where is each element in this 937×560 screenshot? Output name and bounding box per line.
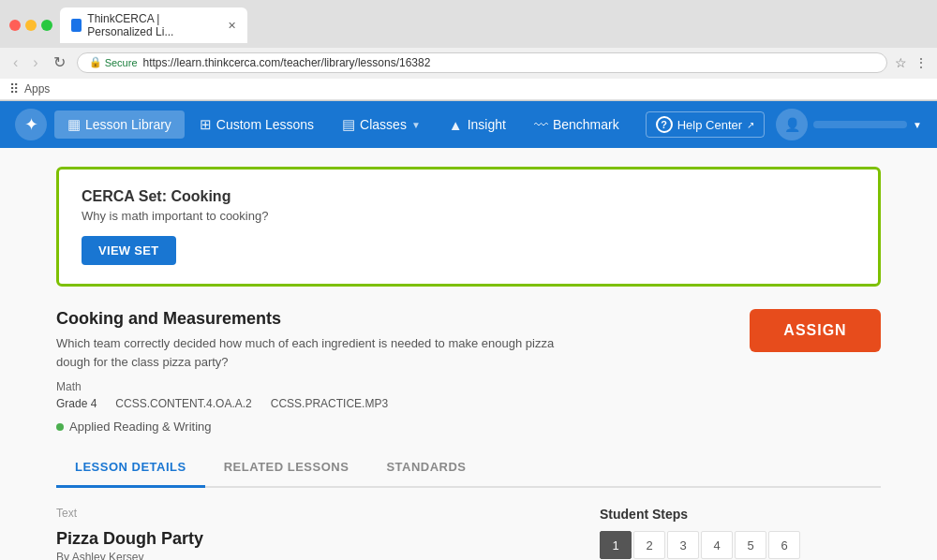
tab-favicon bbox=[71, 19, 82, 32]
tab-close-icon[interactable]: ✕ bbox=[228, 20, 236, 32]
steps-panel-title: Student Steps bbox=[600, 507, 881, 522]
user-menu[interactable]: 👤 ▼ bbox=[776, 109, 922, 140]
nav-item-benchmark-label: Benchmark bbox=[553, 117, 619, 132]
bookmark-icon[interactable]: ☆ bbox=[895, 55, 907, 70]
content-panels: Text Pizza Dough Party By Ashley Kersey … bbox=[56, 507, 881, 560]
reload-button[interactable]: ↻ bbox=[50, 52, 69, 73]
lesson-standards: Grade 4 CCSS.CONTENT.4.OA.A.2 CCSS.PRACT… bbox=[56, 397, 750, 410]
help-center-label: Help Center bbox=[677, 118, 742, 132]
lesson-subject: Math bbox=[56, 380, 750, 393]
nav-item-classes[interactable]: ▤ Classes ▼ bbox=[329, 111, 434, 139]
lock-icon: 🔒 bbox=[89, 56, 102, 68]
steps-panel: Student Steps 1 2 3 4 5 6 Connect Short … bbox=[600, 507, 881, 560]
minimize-window-dot[interactable] bbox=[25, 20, 37, 31]
lesson-standard-2: CCSS.PRACTICE.MP3 bbox=[271, 397, 388, 410]
apps-label: Apps bbox=[24, 82, 50, 96]
address-url: https://learn.thinkcerca.com/teacher/lib… bbox=[143, 56, 431, 69]
nav-item-lesson-library[interactable]: ▦ Lesson Library bbox=[54, 111, 185, 139]
user-menu-chevron-icon: ▼ bbox=[913, 120, 922, 130]
nav-item-insight[interactable]: ▲ Insight bbox=[436, 111, 519, 139]
nav-item-insight-label: Insight bbox=[468, 117, 506, 132]
user-name bbox=[813, 121, 907, 128]
external-link-icon: ↗ bbox=[747, 120, 754, 130]
applied-reading-label: Applied Reading & Writing bbox=[69, 420, 212, 434]
settings-icon[interactable]: ⋮ bbox=[915, 55, 928, 70]
nav-item-classes-label: Classes bbox=[360, 117, 407, 132]
secure-label: Secure bbox=[105, 57, 138, 68]
help-question-icon: ? bbox=[656, 116, 673, 133]
applied-dot-icon bbox=[56, 423, 64, 431]
lesson-title: Cooking and Measurements bbox=[56, 309, 750, 329]
browser-tab-title: ThinkCERCA | Personalized Li... bbox=[87, 12, 218, 38]
cerca-set-card: CERCA Set: Cooking Why is math important… bbox=[56, 167, 881, 287]
avatar: 👤 bbox=[776, 109, 808, 140]
applied-reading-badge: Applied Reading & Writing bbox=[56, 420, 750, 434]
lesson-meta: Math Grade 4 CCSS.CONTENT.4.OA.A.2 CCSS.… bbox=[56, 380, 750, 410]
benchmark-wave-icon: 〰 bbox=[534, 117, 548, 133]
window-controls bbox=[9, 20, 52, 31]
app-navbar: ✦ ▦ Lesson Library ⊞ Custom Lessons ▤ Cl… bbox=[0, 101, 937, 148]
browser-chrome: ThinkCERCA | Personalized Li... ✕ ‹ › ↻ … bbox=[0, 0, 937, 101]
address-bar[interactable]: 🔒 Secure https://learn.thinkcerca.com/te… bbox=[77, 52, 887, 73]
lesson-info: Cooking and Measurements Which team corr… bbox=[56, 309, 750, 434]
nav-right: ? Help Center ↗ 👤 ▼ bbox=[646, 109, 922, 140]
main-content: CERCA Set: Cooking Why is math important… bbox=[0, 148, 937, 560]
article-author: By Ashley Kersey bbox=[56, 551, 581, 560]
lesson-grade: Grade 4 bbox=[56, 397, 97, 410]
app-logo[interactable]: ✦ bbox=[15, 109, 47, 140]
nav-items: ▦ Lesson Library ⊞ Custom Lessons ▤ Clas… bbox=[54, 111, 646, 139]
classes-chevron-icon: ▼ bbox=[411, 120, 421, 130]
step-tab-1[interactable]: 1 bbox=[600, 531, 632, 559]
lesson-standard-1: CCSS.CONTENT.4.OA.A.2 bbox=[115, 397, 251, 410]
step-tab-6[interactable]: 6 bbox=[768, 531, 800, 559]
apps-grid-icon: ⠿ bbox=[9, 81, 19, 96]
nav-item-custom-lessons[interactable]: ⊞ Custom Lessons bbox=[186, 111, 327, 139]
cerca-set-question: Why is math important to cooking? bbox=[82, 209, 855, 223]
step-tab-2[interactable]: 2 bbox=[633, 531, 665, 559]
tab-lesson-details[interactable]: LESSON DETAILS bbox=[56, 449, 205, 488]
browser-tab[interactable]: ThinkCERCA | Personalized Li... ✕ bbox=[60, 7, 247, 43]
tab-standards[interactable]: STANDARDS bbox=[367, 449, 484, 488]
step-number-tabs: 1 2 3 4 5 6 bbox=[600, 531, 881, 559]
close-window-dot[interactable] bbox=[9, 20, 21, 31]
forward-button[interactable]: › bbox=[29, 52, 41, 73]
nav-item-lesson-library-label: Lesson Library bbox=[85, 117, 171, 132]
tab-related-lessons[interactable]: RELATED LESSONS bbox=[205, 449, 368, 488]
text-panel: Text Pizza Dough Party By Ashley Kersey … bbox=[56, 507, 581, 560]
fullscreen-window-dot[interactable] bbox=[41, 20, 52, 31]
lesson-question: Which team correctly decided how much of… bbox=[56, 334, 581, 371]
assign-button[interactable]: ASSIGN bbox=[750, 309, 881, 352]
custom-lessons-icon: ⊞ bbox=[200, 116, 212, 133]
step-tab-3[interactable]: 3 bbox=[667, 531, 699, 559]
lesson-library-icon: ▦ bbox=[67, 116, 81, 133]
article-title: Pizza Dough Party bbox=[56, 529, 581, 549]
browser-action-icons: ☆ ⋮ bbox=[895, 55, 928, 70]
back-button[interactable]: ‹ bbox=[9, 52, 22, 73]
step-tab-5[interactable]: 5 bbox=[735, 531, 766, 559]
lesson-tabs: LESSON DETAILS RELATED LESSONS STANDARDS bbox=[56, 449, 881, 488]
text-panel-label: Text bbox=[56, 507, 581, 520]
logo-symbol: ✦ bbox=[24, 114, 38, 135]
browser-toolbar: ‹ › ↻ 🔒 Secure https://learn.thinkcerca.… bbox=[0, 48, 937, 79]
nav-item-custom-lessons-label: Custom Lessons bbox=[216, 117, 314, 132]
help-center-button[interactable]: ? Help Center ↗ bbox=[646, 111, 765, 138]
view-set-button[interactable]: VIEW SET bbox=[82, 236, 176, 265]
user-avatar-icon: 👤 bbox=[784, 117, 800, 132]
apps-bar: ⠿ Apps bbox=[0, 79, 937, 100]
lesson-header: Cooking and Measurements Which team corr… bbox=[56, 309, 881, 434]
cerca-set-title: CERCA Set: Cooking bbox=[82, 188, 855, 205]
nav-item-benchmark[interactable]: 〰 Benchmark bbox=[521, 111, 632, 139]
insight-bar-icon: ▲ bbox=[449, 117, 463, 133]
secure-badge: 🔒 Secure bbox=[89, 56, 138, 68]
step-tab-4[interactable]: 4 bbox=[701, 531, 733, 559]
classes-icon: ▤ bbox=[342, 116, 355, 133]
